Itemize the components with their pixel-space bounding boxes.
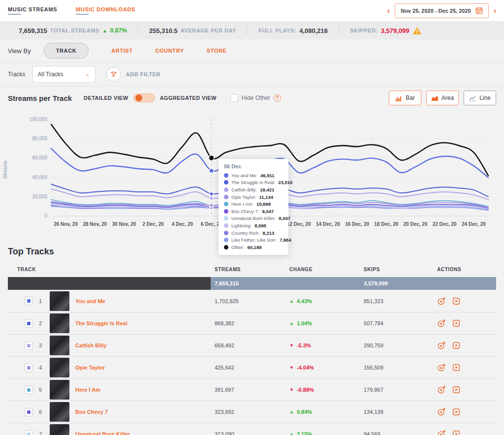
change-value: 4.43% xyxy=(297,298,312,304)
row-checkbox[interactable] xyxy=(25,364,33,372)
tab-music-streams[interactable]: MUSIC STREAMS xyxy=(8,6,57,15)
play-video-icon[interactable] xyxy=(452,363,461,372)
x-axis-tick: 14 Dec, 20 xyxy=(316,221,340,227)
tooltip-item-value: 8,047 xyxy=(279,216,290,221)
help-icon[interactable]: ? xyxy=(274,94,281,102)
row-checkbox[interactable] xyxy=(25,408,33,416)
streams-cell: 1,702,825 xyxy=(211,298,285,304)
date-range-picker[interactable]: Nov 25, 2020 - Dec 25, 2020 xyxy=(395,3,488,18)
detailed-view-label: DETAILED VIEW xyxy=(84,95,128,101)
series-color-swatch xyxy=(27,322,31,325)
table-row: 7Unnatural Born Killer313,090▲3.15%94,56… xyxy=(8,423,496,435)
prev-date-button[interactable]: ‹ xyxy=(387,7,390,15)
row-checkbox[interactable] xyxy=(25,430,33,435)
series-dot-icon xyxy=(224,209,228,214)
track-link[interactable]: Opie Taylor xyxy=(75,365,105,371)
play-video-icon[interactable] xyxy=(452,385,461,394)
track-cell: 2The Struggle Is Real xyxy=(8,313,211,333)
play-video-icon[interactable] xyxy=(452,319,461,328)
actions-cell xyxy=(433,341,496,350)
row-checkbox[interactable] xyxy=(25,297,33,305)
column-streams: STREAMS xyxy=(211,264,285,277)
view-by-option-store[interactable]: STORE xyxy=(207,48,227,54)
trend-up-icon: ▲ xyxy=(289,409,294,414)
line-button[interactable]: Line xyxy=(464,91,496,105)
stat-skipped: SKIPPED: 3,579,099 xyxy=(339,27,433,35)
play-video-icon[interactable] xyxy=(452,407,461,416)
view-by-option-track[interactable]: TRACK xyxy=(44,43,89,59)
target-icon[interactable] xyxy=(437,363,446,372)
chevron-down-icon: ⌄ xyxy=(85,71,90,77)
track-link[interactable]: Catfish Billy xyxy=(75,342,107,348)
track-link[interactable]: You and Me xyxy=(75,298,105,304)
skips-cell: 94,569 xyxy=(360,431,433,435)
target-icon[interactable] xyxy=(437,430,446,435)
target-icon[interactable] xyxy=(437,297,446,306)
target-icon[interactable] xyxy=(437,385,446,394)
track-link[interactable]: Unnatural Born Killer xyxy=(75,431,130,435)
detailed-aggregated-toggle[interactable] xyxy=(133,93,155,102)
tooltip-item-value: 7,984 xyxy=(280,237,291,243)
track-link[interactable]: Here I Am xyxy=(75,387,100,393)
track-link[interactable]: The Struggle Is Real xyxy=(75,320,127,326)
skips-cell: 290,759 xyxy=(360,342,433,348)
tracks-label: Tracks xyxy=(8,71,26,78)
bar-button[interactable]: Bar xyxy=(389,91,421,105)
highlight-dot xyxy=(210,204,213,207)
y-axis-label: Streams xyxy=(2,160,8,179)
play-video-icon[interactable] xyxy=(452,341,461,350)
trend-down-icon: ▼ xyxy=(289,343,294,348)
x-axis-tick: 12 Dec, 20 xyxy=(287,221,311,227)
tab-underline xyxy=(76,14,89,15)
tooltip-item-value: 11,134 xyxy=(259,194,274,200)
change-value: 3.15% xyxy=(297,431,312,435)
row-checkbox[interactable] xyxy=(25,342,33,350)
x-axis-tick: 22 Dec, 20 xyxy=(433,221,457,227)
filter-row: Tracks All Tracks ⌄ ADD FILTER xyxy=(0,62,504,86)
tooltip-item-value: 23,010 xyxy=(278,180,292,185)
target-icon[interactable] xyxy=(437,319,446,328)
change-cell: ▲3.15% xyxy=(285,431,360,435)
x-axis-tick: 24 Dec, 20 xyxy=(462,221,486,227)
row-checkbox[interactable] xyxy=(25,319,33,328)
hide-other-label: Hide Other xyxy=(242,94,270,101)
skips-cell: 179,867 xyxy=(360,387,433,393)
series-dot-icon xyxy=(224,195,228,199)
series-color-swatch xyxy=(27,344,31,347)
view-by-option-artist[interactable]: ARTIST xyxy=(111,48,132,54)
change-value: -4.04% xyxy=(297,365,314,371)
view-by-options: TRACKARTISTCOUNTRYSTORE xyxy=(44,43,250,59)
row-rank: 2 xyxy=(39,320,44,326)
series-color-swatch xyxy=(27,299,31,303)
streams-cell: 391,697 xyxy=(211,387,285,393)
stat-average-per-day: 255,310.5 AVERAGE PER DAY xyxy=(138,27,247,34)
area-button[interactable]: Area xyxy=(426,91,459,105)
target-icon[interactable] xyxy=(437,407,446,416)
column-track: TRACK xyxy=(8,264,211,277)
play-video-icon[interactable] xyxy=(452,430,461,435)
tracks-dropdown[interactable]: All Tracks ⌄ xyxy=(32,66,95,83)
track-link[interactable]: Box Chevy 7 xyxy=(75,409,108,415)
average-label: AVERAGE PER DAY xyxy=(181,28,237,33)
change-value: 1.04% xyxy=(297,320,312,326)
add-filter-button[interactable]: ADD FILTER xyxy=(126,71,161,77)
series-color-swatch xyxy=(27,433,31,435)
view-by-option-country[interactable]: COUNTRY xyxy=(156,48,184,54)
play-video-icon[interactable] xyxy=(452,297,461,306)
stats-bar: 7,659,315 TOTAL STREAMS ▲ 0.87% 255,310.… xyxy=(0,22,504,39)
actions-cell xyxy=(433,319,496,328)
tooltip-item-label: Box Chevy 7: xyxy=(231,209,259,214)
target-icon[interactable] xyxy=(437,341,446,350)
change-cell: ▼-0.88% xyxy=(285,387,360,393)
skips-cell: 134,139 xyxy=(360,409,433,415)
change-cell: ▲1.04% xyxy=(285,320,360,326)
album-art xyxy=(50,358,69,377)
x-axis-tick: 16 Dec, 20 xyxy=(345,221,369,227)
table-row: 4Opie Taylor425,642▼-4.04%156,509 xyxy=(8,356,496,378)
row-checkbox[interactable] xyxy=(25,386,33,394)
next-date-button[interactable]: › xyxy=(494,7,496,15)
hide-other-checkbox[interactable] xyxy=(230,94,238,102)
filter-icon[interactable] xyxy=(106,67,121,82)
summary-track-segment xyxy=(8,277,211,290)
tab-music-downloads[interactable]: MUSIC DOWNLOADS xyxy=(76,6,135,15)
